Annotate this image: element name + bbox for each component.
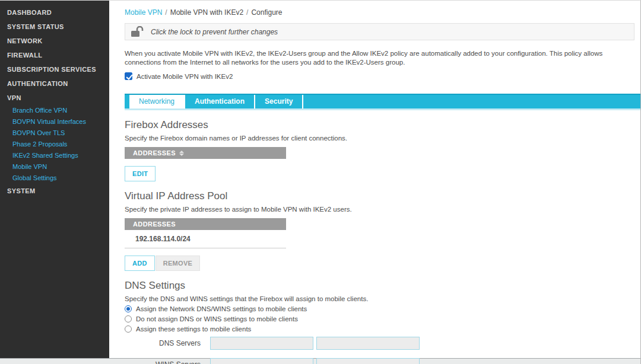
dns-option-custom-row: Assign these settings to mobile clients bbox=[125, 325, 640, 333]
dns-servers-row: DNS Servers bbox=[125, 337, 640, 350]
sidebar: DASHBOARD SYSTEM STATUS NETWORK FIREWALL… bbox=[0, 1, 109, 358]
sidebar-item-system[interactable]: SYSTEM bbox=[0, 184, 109, 198]
remove-button[interactable]: REMOVE bbox=[156, 256, 200, 271]
lock-bar: Click the lock to prevent further change… bbox=[125, 23, 634, 40]
radio-assign-these-settings[interactable] bbox=[125, 325, 132, 333]
sidebar-item-network[interactable]: NETWORK bbox=[0, 34, 109, 48]
wins-server-input-1[interactable] bbox=[210, 358, 313, 364]
sidebar-item-subscription-services[interactable]: SUBSCRIPTION SERVICES bbox=[0, 62, 109, 76]
dns-option-none-row: Do not assign DNS or WINS settings to mo… bbox=[125, 315, 640, 323]
radio-do-not-assign-dns-label: Do not assign DNS or WINS settings to mo… bbox=[136, 315, 298, 323]
radio-assign-network-dns[interactable] bbox=[125, 305, 132, 312]
breadcrumb-configure: Configure bbox=[251, 8, 282, 17]
intro-text: When you activate Mobile VPN with IKEv2,… bbox=[125, 49, 632, 67]
firebox-addresses-table-header[interactable]: ADDRESSES bbox=[125, 147, 286, 159]
virtual-ip-pool-column-label: ADDRESSES bbox=[133, 221, 176, 228]
tab-authentication[interactable]: Authentication bbox=[185, 95, 255, 108]
radio-assign-these-settings-label: Assign these settings to mobile clients bbox=[136, 325, 251, 333]
content-area: Mobile VPN/Mobile VPN with IKEv2/Configu… bbox=[109, 1, 640, 358]
dns-server-input-1[interactable] bbox=[210, 337, 313, 350]
breadcrumb: Mobile VPN/Mobile VPN with IKEv2/Configu… bbox=[125, 8, 640, 17]
firebox-addresses-column-label: ADDRESSES bbox=[133, 149, 176, 157]
radio-assign-network-dns-label: Assign the Network DNS/WINS settings to … bbox=[136, 305, 307, 312]
sidebar-item-mobile-vpn[interactable]: Mobile VPN bbox=[0, 161, 109, 173]
dns-server-input-2[interactable] bbox=[316, 337, 420, 350]
edit-button[interactable]: EDIT bbox=[125, 166, 156, 181]
sidebar-item-branch-office-vpn[interactable]: Branch Office VPN bbox=[0, 105, 109, 116]
sidebar-item-dashboard[interactable]: DASHBOARD bbox=[0, 5, 109, 20]
virtual-ip-pool-title: Virtual IP Address Pool bbox=[125, 190, 640, 202]
virtual-ip-pool-description: Specify the private IP addresses to assi… bbox=[125, 206, 640, 213]
sidebar-item-firewall[interactable]: FIREWALL bbox=[0, 48, 109, 62]
dns-option-network-row: Assign the Network DNS/WINS settings to … bbox=[125, 305, 640, 312]
tab-bar: Networking Authentication Security bbox=[125, 94, 640, 110]
address-pool-row[interactable]: 192.168.114.0/24 bbox=[125, 230, 286, 248]
tab-security[interactable]: Security bbox=[255, 95, 303, 108]
sidebar-item-system-status[interactable]: SYSTEM STATUS bbox=[0, 20, 109, 34]
activate-checkbox[interactable] bbox=[125, 72, 132, 80]
sidebar-item-bovpn-virtual-interfaces[interactable]: BOVPN Virtual Interfaces bbox=[0, 116, 109, 127]
wins-servers-label: WINS Servers bbox=[125, 360, 201, 364]
radio-do-not-assign-dns[interactable] bbox=[125, 315, 132, 323]
breadcrumb-separator: / bbox=[165, 8, 167, 17]
wins-server-input-2[interactable] bbox=[316, 358, 420, 364]
lock-message: Click the lock to prevent further change… bbox=[151, 28, 278, 36]
sidebar-item-global-settings[interactable]: Global Settings bbox=[0, 173, 109, 184]
sidebar-item-authentication[interactable]: AUTHENTICATION bbox=[0, 76, 109, 91]
activate-row: Activate Mobile VPN with IKEv2 bbox=[125, 72, 640, 80]
sidebar-item-ikev2-shared-settings[interactable]: IKEv2 Shared Settings bbox=[0, 150, 109, 161]
breadcrumb-mobile-vpn[interactable]: Mobile VPN bbox=[125, 8, 162, 17]
firebox-addresses-title: Firebox Addresses bbox=[125, 119, 640, 131]
tab-networking[interactable]: Networking bbox=[129, 95, 185, 108]
fireware-web-ui: DASHBOARD SYSTEM STATUS NETWORK FIREWALL… bbox=[0, 0, 641, 364]
virtual-ip-pool-table-header: ADDRESSES bbox=[125, 218, 286, 230]
sidebar-item-bovpn-over-tls[interactable]: BOVPN Over TLS bbox=[0, 127, 109, 139]
wins-servers-row: WINS Servers bbox=[125, 358, 640, 364]
dns-settings-description: Specify the DNS and WINS settings that t… bbox=[125, 295, 640, 302]
activate-checkbox-label: Activate Mobile VPN with IKEv2 bbox=[137, 73, 233, 80]
main-layout: DASHBOARD SYSTEM STATUS NETWORK FIREWALL… bbox=[0, 1, 640, 358]
tab-bar-lead bbox=[125, 95, 129, 108]
breadcrumb-separator: / bbox=[246, 8, 248, 17]
sidebar-item-vpn[interactable]: VPN bbox=[0, 91, 109, 105]
pool-buttons: ADDREMOVE bbox=[125, 248, 640, 271]
dns-servers-label: DNS Servers bbox=[125, 339, 201, 347]
firebox-addresses-description: Specify the Firebox domain names or IP a… bbox=[125, 135, 640, 142]
unlocked-padlock-icon[interactable] bbox=[131, 26, 145, 37]
dns-settings-title: DNS Settings bbox=[125, 280, 640, 292]
sidebar-item-phase-2-proposals[interactable]: Phase 2 Proposals bbox=[0, 139, 109, 150]
sort-icon[interactable] bbox=[179, 151, 184, 156]
add-button[interactable]: ADD bbox=[125, 256, 155, 271]
breadcrumb-mobile-vpn-with-ikev2: Mobile VPN with IKEv2 bbox=[170, 8, 243, 17]
